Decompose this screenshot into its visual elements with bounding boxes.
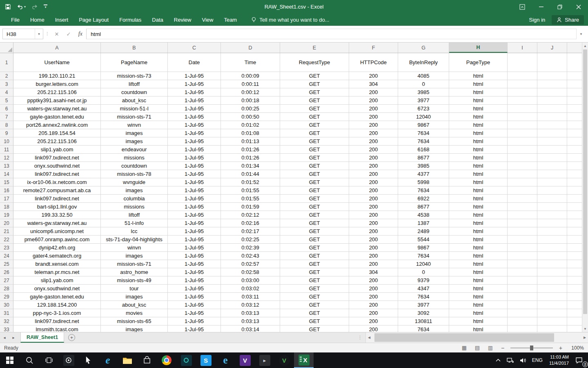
cell-I1[interactable] (508, 53, 537, 72)
cell-J28[interactable] (537, 285, 567, 293)
volume-tray-button[interactable] (517, 352, 529, 368)
page-break-view-button[interactable]: ▥ (486, 344, 495, 352)
cell-A14[interactable]: link097.txdirect.net (13, 170, 101, 178)
row-header-32[interactable]: 32 (0, 317, 13, 325)
column-header-B[interactable]: B (101, 43, 168, 53)
cell-J10[interactable] (537, 137, 567, 146)
cell-F11[interactable]: 200 (349, 146, 398, 154)
cell-J9[interactable] (537, 129, 567, 137)
zoom-in-button[interactable]: + (557, 345, 564, 351)
cell-H15[interactable]: html (449, 178, 508, 186)
taskbar-app-blue[interactable]: S (196, 352, 216, 368)
cell-I21[interactable] (508, 227, 537, 236)
cell-H24[interactable]: html (449, 252, 508, 260)
cell-B14[interactable]: mission-sts-78 (101, 170, 168, 178)
hidden-icons-button[interactable] (493, 352, 503, 368)
clock-tray-button[interactable]: 11:03 AM 11/4/2017 (546, 354, 572, 366)
row-header-21[interactable]: 21 (0, 227, 13, 236)
column-header-G[interactable]: G (398, 43, 449, 53)
cell-C27[interactable]: 1-Jul-95 (168, 276, 221, 285)
minimize-button[interactable] (532, 0, 550, 13)
cell-B12[interactable]: missions (101, 154, 168, 162)
cell-H31[interactable]: html (449, 309, 508, 317)
undo-dropdown-icon[interactable]: ▾ (24, 5, 26, 9)
cell-C20[interactable]: 1-Jul-95 (168, 219, 221, 227)
cell-H1[interactable]: PageType (449, 53, 508, 72)
cell-I18[interactable] (508, 203, 537, 211)
cell-I2[interactable] (508, 72, 537, 80)
cell-J31[interactable] (537, 309, 567, 317)
cell-I29[interactable] (508, 293, 537, 301)
cell-I10[interactable] (508, 137, 537, 146)
cell-F16[interactable]: 200 (349, 186, 398, 195)
ribbon-tab-file[interactable]: File (6, 13, 25, 26)
cell-G12[interactable]: 8677 (398, 154, 449, 162)
task-view-button[interactable] (39, 352, 59, 368)
cell-E7[interactable]: GET (280, 113, 349, 121)
cell-D13[interactable]: 0:01:34 (221, 162, 280, 170)
cell-H2[interactable]: html (449, 72, 508, 80)
save-button[interactable] (5, 4, 11, 10)
cell-F3[interactable]: 304 (349, 80, 398, 88)
cell-G32[interactable]: 130811 (398, 317, 449, 325)
cell-H33[interactable]: html (449, 325, 508, 332)
cell-J4[interactable] (537, 88, 567, 96)
row-header-30[interactable]: 30 (0, 301, 13, 309)
cell-A32[interactable]: link097.txdirect.net (13, 317, 101, 325)
cell-G3[interactable]: 0 (398, 80, 449, 88)
cell-D14[interactable]: 0:01:44 (221, 170, 280, 178)
cell-F17[interactable]: 200 (349, 195, 398, 203)
column-header-I[interactable]: I (508, 43, 537, 53)
cell-I26[interactable] (508, 268, 537, 276)
cell-B21[interactable]: lcc (101, 227, 168, 236)
cell-E17[interactable]: GET (280, 195, 349, 203)
column-header-J[interactable]: J (537, 43, 567, 53)
row-header-16[interactable]: 16 (0, 186, 13, 195)
cell-A29[interactable]: gayle-gaston.tenet.edu (13, 293, 101, 301)
cell-A13[interactable]: onyx.southwind.net (13, 162, 101, 170)
close-button[interactable] (569, 0, 588, 13)
cell-F26[interactable]: 304 (349, 268, 398, 276)
cell-G30[interactable]: 3977 (398, 301, 449, 309)
cell-I27[interactable] (508, 276, 537, 285)
cell-C21[interactable]: 1-Jul-95 (168, 227, 221, 236)
row-header-5[interactable]: 5 (0, 96, 13, 105)
cell-E22[interactable]: GET (280, 236, 349, 244)
cell-B26[interactable]: astro_home (101, 268, 168, 276)
cell-I28[interactable] (508, 285, 537, 293)
cell-A16[interactable]: remote27.compusmart.ab.ca (13, 186, 101, 195)
cell-I15[interactable] (508, 178, 537, 186)
row-header-15[interactable]: 15 (0, 178, 13, 186)
cell-H7[interactable]: html (449, 113, 508, 121)
cell-B27[interactable]: mission-sts-49 (101, 276, 168, 285)
vertical-scrollbar[interactable]: ▲ ▼ (582, 43, 588, 332)
cell-A6[interactable]: waters-gw.starway.net.au (13, 105, 101, 113)
cell-H23[interactable]: html (449, 244, 508, 252)
taskbar-app-internet-explorer[interactable]: e (216, 352, 235, 368)
row-header-9[interactable]: 9 (0, 129, 13, 137)
sheet-nav-prev-icon[interactable]: ◂ (0, 335, 9, 340)
row-header-24[interactable]: 24 (0, 252, 13, 260)
cell-F1[interactable]: HTTPCode (349, 53, 398, 72)
cell-B25[interactable]: mission-sts-71 (101, 260, 168, 268)
cell-F33[interactable]: 200 (349, 325, 398, 332)
cell-D25[interactable]: 0:02:57 (221, 260, 280, 268)
cell-F24[interactable]: 200 (349, 252, 398, 260)
ribbon-tab-home[interactable]: Home (25, 13, 50, 26)
cell-I20[interactable] (508, 219, 537, 227)
cell-G26[interactable]: 0 (398, 268, 449, 276)
cell-E26[interactable]: GET (280, 268, 349, 276)
cell-F32[interactable]: 200 (349, 317, 398, 325)
name-box[interactable]: H38 ▾ (2, 29, 43, 39)
cell-I11[interactable] (508, 146, 537, 154)
cell-C23[interactable]: 1-Jul-95 (168, 244, 221, 252)
cell-E23[interactable]: GET (280, 244, 349, 252)
cell-D27[interactable]: 0:03:00 (221, 276, 280, 285)
cell-E15[interactable]: GET (280, 178, 349, 186)
horizontal-scroll-thumb[interactable] (374, 333, 554, 342)
cell-A31[interactable]: ppp-nyc-3-1.ios.com (13, 309, 101, 317)
cell-C13[interactable]: 1-Jul-95 (168, 162, 221, 170)
vertical-scroll-thumb[interactable] (583, 49, 587, 314)
new-sheet-button[interactable]: + (68, 334, 75, 341)
row-header-28[interactable]: 28 (0, 285, 13, 293)
